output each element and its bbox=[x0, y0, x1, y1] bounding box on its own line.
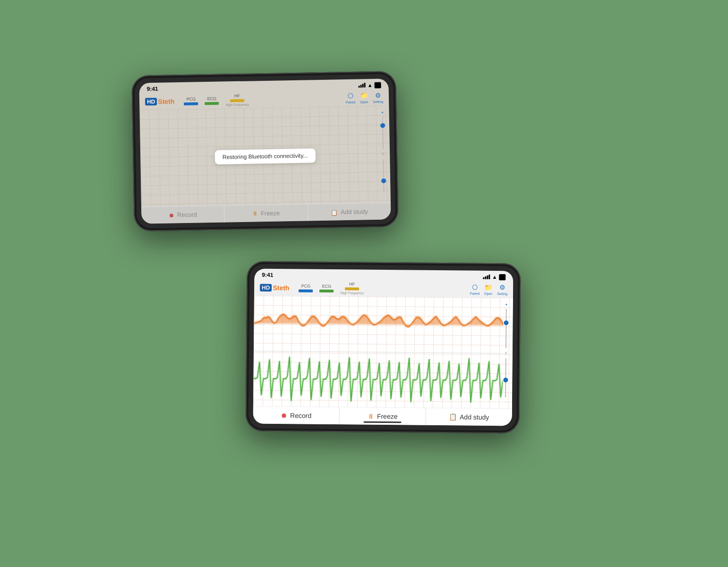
bluetooth-toast: Restoring Bluetooth connectivity... bbox=[214, 148, 315, 164]
bluetooth-icon-bottom: ⎔ bbox=[472, 284, 478, 291]
legend-pcg-label-bottom: PCG bbox=[301, 284, 310, 288]
scene: 9:41 ▲ ▮ bbox=[104, 35, 624, 532]
legend-pcg-label-top: PCG bbox=[186, 96, 196, 101]
add-study-btn-bottom[interactable]: 📋 Add study bbox=[426, 408, 512, 426]
legend-bottom: PCG ECG HF High Frequency bbox=[299, 281, 364, 294]
ecg-bar-bottom bbox=[319, 289, 334, 292]
legend-ecg-label-bottom: ECG bbox=[322, 284, 331, 288]
legend-pcg-top: PCG bbox=[184, 96, 198, 105]
header-actions-bottom[interactable]: ⎔ Paired 📁 Open ⚙ Setting bbox=[470, 284, 507, 296]
add-study-label-top: Add study bbox=[341, 208, 368, 215]
add-study-icon-bottom: 📋 bbox=[449, 413, 457, 421]
time-top: 9:41 bbox=[146, 86, 158, 92]
record-btn-bottom[interactable]: ⏺ Record bbox=[253, 407, 339, 425]
folder-icon-bottom: 📁 bbox=[484, 284, 492, 291]
bluetooth-action-top[interactable]: ⎔ Paired bbox=[345, 92, 355, 104]
hf-bar-top bbox=[230, 99, 244, 103]
device-top: 9:41 ▲ ▮ bbox=[131, 71, 399, 232]
bluetooth-label-bottom: Paired bbox=[470, 292, 479, 295]
signal-icon-top bbox=[358, 83, 365, 87]
open-label-bottom: Open bbox=[484, 292, 492, 295]
logo-hd-top: HD bbox=[145, 97, 157, 105]
status-icons-bottom: ▲ ▮ bbox=[483, 274, 505, 280]
bluetooth-label-top: Paired bbox=[346, 101, 355, 104]
setting-action-top[interactable]: ⚙ Setting bbox=[373, 92, 383, 103]
legend-ecg-bottom: ECG bbox=[319, 284, 334, 292]
add-study-icon-top: 📋 bbox=[331, 209, 338, 215]
record-icon-top: ⏺ bbox=[168, 212, 174, 218]
ecg-waveform bbox=[253, 351, 503, 409]
setting-label-top: Setting bbox=[373, 100, 383, 103]
record-label-bottom: Record bbox=[290, 412, 311, 419]
open-label-top: Open bbox=[360, 100, 368, 103]
bluetooth-action-bottom[interactable]: ⎔ Paired bbox=[470, 284, 479, 295]
logo-steth-bottom: Steth bbox=[273, 284, 289, 291]
wifi-icon-top: ▲ bbox=[367, 82, 372, 88]
legend-top: PCG ECG HF High Frequency bbox=[184, 94, 249, 107]
battery-icon-top: ▮ bbox=[374, 82, 381, 88]
open-action-top[interactable]: 📁 Open bbox=[360, 92, 368, 103]
legend-hf-label-bottom: HF bbox=[349, 282, 355, 286]
header-actions-top[interactable]: ⎔ Paired 📁 Open ⚙ Setting bbox=[345, 92, 383, 104]
hf-sublabel-bottom: High Frequency bbox=[340, 291, 363, 294]
hf-sublabel-top: High Frequency bbox=[225, 103, 249, 107]
freeze-icon-bottom: ⏸ bbox=[367, 412, 374, 420]
wifi-icon-bottom: ▲ bbox=[492, 274, 497, 280]
add-study-btn-top[interactable]: 📋 Add study bbox=[308, 203, 391, 221]
add-study-label-bottom: Add study bbox=[460, 413, 489, 421]
device-bottom: 9:41 ▲ ▮ bbox=[245, 261, 521, 433]
signal-icon-bottom bbox=[483, 275, 490, 279]
chart-area-bottom: + 0 - bbox=[253, 296, 513, 409]
time-bottom: 9:41 bbox=[262, 272, 273, 278]
volume-slider-bottom[interactable]: + 0 - bbox=[501, 302, 510, 404]
record-icon-bottom: ⏺ bbox=[281, 412, 287, 419]
pcg-waveform bbox=[253, 296, 503, 353]
freeze-btn-top[interactable]: ⏸ Freeze bbox=[224, 204, 308, 222]
freeze-label-bottom: Freeze bbox=[377, 412, 397, 420]
screen-top: 9:41 ▲ ▮ bbox=[139, 78, 391, 223]
folder-icon-top: 📁 bbox=[360, 92, 368, 99]
setting-action-bottom[interactable]: ⚙ Setting bbox=[497, 284, 507, 295]
logo-hd-bottom: HD bbox=[260, 284, 272, 291]
pcg-bar-top bbox=[184, 102, 198, 105]
logo-steth-top: Steth bbox=[158, 97, 174, 105]
status-icons-top: ▲ ▮ bbox=[358, 82, 381, 88]
gear-icon-bottom: ⚙ bbox=[499, 284, 505, 291]
bluetooth-icon-top: ⎔ bbox=[347, 92, 353, 100]
battery-icon-bottom: ▮ bbox=[499, 274, 505, 280]
legend-hf-bottom: HF High Frequency bbox=[340, 282, 364, 294]
open-action-bottom[interactable]: 📁 Open bbox=[484, 284, 492, 295]
volume-slider-top[interactable]: + 0 - bbox=[378, 111, 387, 198]
legend-ecg-label-top: ECG bbox=[207, 96, 216, 101]
legend-hf-top: HF High Frequency bbox=[225, 94, 249, 107]
freeze-icon-top: ⏸ bbox=[252, 210, 257, 217]
record-label-top: Record bbox=[177, 211, 197, 219]
toolbar-bottom: ⏺ Record ⏸ Freeze 📋 Add study bbox=[253, 406, 512, 426]
ecg-bar-top bbox=[205, 102, 219, 105]
screen-bottom: 9:41 ▲ ▮ bbox=[253, 269, 513, 426]
legend-hf-label-top: HF bbox=[234, 94, 240, 98]
setting-label-bottom: Setting bbox=[497, 292, 507, 295]
pcg-bar-bottom bbox=[299, 289, 313, 292]
hf-bar-bottom bbox=[345, 287, 359, 290]
freeze-label-top: Freeze bbox=[260, 209, 280, 217]
record-btn-top[interactable]: ⏺ Record bbox=[141, 206, 225, 224]
chart-area-top: + 0 - Restoring Bluetoot bbox=[139, 105, 390, 206]
app-header-bottom: HD Steth PCG ECG bbox=[254, 279, 513, 298]
legend-ecg-top: ECG bbox=[205, 96, 219, 105]
logo-bottom: HD Steth bbox=[260, 284, 289, 292]
logo-top: HD Steth bbox=[145, 97, 174, 105]
gear-icon-top: ⚙ bbox=[375, 92, 381, 99]
bluetooth-toast-text: Restoring Bluetooth connectivity... bbox=[222, 152, 308, 160]
legend-pcg-bottom: PCG bbox=[299, 284, 313, 292]
